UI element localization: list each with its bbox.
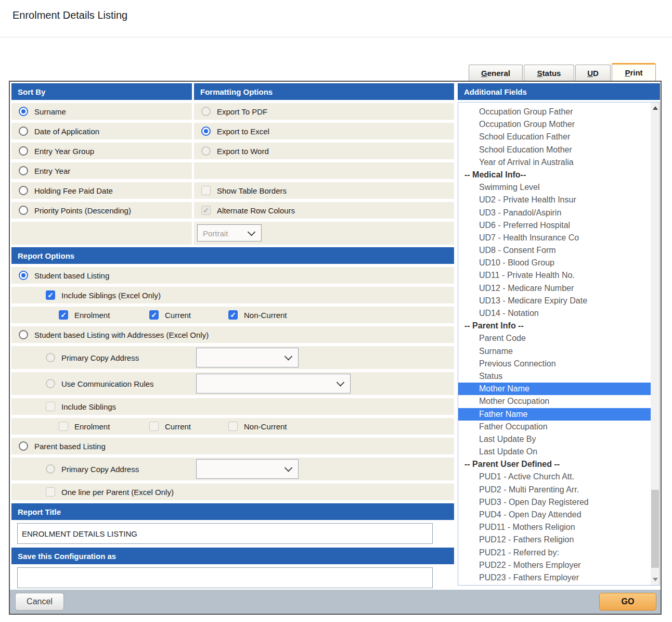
option-label: Date of Application [34,127,99,136]
field-item[interactable]: PUD22 - Mothers Employer [458,559,651,572]
radio-entry-year-group[interactable] [19,146,28,156]
option-row: Entry Year [11,162,192,179]
option-row: Student based Listing [11,267,454,284]
scroll-up-icon[interactable] [651,104,660,112]
save-config-input[interactable] [17,567,433,588]
dropdown-primary-copy-address[interactable] [196,459,299,479]
field-item[interactable]: Occupation Group Father [458,106,651,118]
checkbox-include-siblings-excel-only-checked[interactable]: ✓ [46,290,55,300]
option-row: Export to Word [194,143,454,159]
field-item[interactable]: UD6 - Preferred Hospital [458,219,651,232]
option-row: Export to Excel [194,123,454,139]
option-row: Parent based Listing [11,438,454,454]
option-label: Export to Word [217,147,269,156]
field-item[interactable]: PUD21 - Referred by: [458,547,651,559]
option-label: Include Siblings (Excel Only) [61,291,161,300]
report-options-header: Report Options [11,247,454,264]
option-row: Primary Copy Address [11,346,454,369]
radio-surname-checked[interactable] [19,107,28,116]
field-item[interactable]: UD12 - Medicare Number [458,282,651,295]
checkbox-group-item: ✓Enrolment [59,310,149,320]
radio-priority-points-descending[interactable] [19,206,28,215]
option-label: Priority Points (Descending) [34,206,131,215]
tab-print[interactable]: Print [612,63,656,81]
checkbox-non-current-checked[interactable]: ✓ [228,310,238,320]
radio-date-of-application[interactable] [19,126,28,136]
field-item[interactable]: UD11 - Private Health No. [458,269,651,282]
option-row: Date of Application [11,123,192,139]
dropdown-use-communication-rules[interactable] [196,374,351,393]
option-label: Entry Year Group [34,147,94,156]
tab-ud[interactable]: UD [575,65,611,81]
field-item[interactable]: UD2 - Private Health Insur [458,194,651,206]
field-item[interactable]: Swimming Level [458,181,651,194]
checkbox-alternate-row-colours-checked: ✓ [201,206,211,215]
tab-general[interactable]: General [469,65,523,81]
field-item[interactable]: PUD4 - Open Day Attended [458,509,651,521]
option-label: Holding Fee Paid Date [34,186,113,195]
field-item[interactable]: Last Update On [458,446,651,458]
checkbox-enrolment-checked[interactable]: ✓ [59,310,68,320]
field-item[interactable]: UD13 - Medicare Expiry Date [458,295,651,307]
option-row: ✓Alternate Row Colours [194,202,454,219]
field-item[interactable]: Previous Connection [458,358,651,370]
field-item[interactable]: UD3 - Panadol/Aspirin [458,207,651,219]
field-group-header: -- Parent User Defined -- [458,458,651,471]
chevron-down-icon [337,378,345,387]
chevron-down-icon [285,464,293,472]
tab-status[interactable]: Status [524,65,574,81]
option-row: Entry Year Group [11,143,192,159]
scroll-down-icon[interactable] [651,575,660,584]
field-item[interactable]: Surname [458,345,651,358]
field-item[interactable]: School Education Mother [458,144,651,156]
cancel-button[interactable]: Cancel [15,593,64,611]
action-bar: Cancel GO [10,590,661,614]
option-label: Primary Copy Address [61,353,139,362]
field-item[interactable]: PUD12 - Fathers Religion [458,534,651,546]
option-row: Priority Points (Descending) [11,202,192,219]
go-button[interactable]: GO [599,593,656,611]
report-title-input[interactable] [17,523,433,544]
checkbox-group-item: Current [149,422,228,431]
checkbox-current-checked[interactable]: ✓ [149,310,159,320]
tab-strip: GeneralStatusUDPrint [468,63,656,81]
option-row: Use Communication Rules [11,372,454,395]
field-item[interactable]: PUD2 - Multi Parenting Arr. [458,484,651,496]
checkbox-group-item: Enrolment [59,422,149,431]
option-label: Export To PDF [217,107,267,116]
listbox-scrollbar[interactable] [651,103,660,585]
field-item[interactable]: PUD1 - Active Church Att. [458,471,651,483]
dropdown-primary-copy-address[interactable] [196,348,299,367]
additional-fields-listbox: Occupation Group FatherOccupation Group … [458,102,660,586]
radio-holding-fee-paid-date[interactable] [19,186,28,195]
field-item[interactable]: PUD23 - Fathers Employer [458,572,651,584]
radio-parent-based-listing[interactable] [19,441,28,451]
radio-export-to-excel-checked[interactable] [201,126,211,136]
sort-by-section: Sort By SurnameDate of ApplicationEntry … [11,83,192,245]
chevron-down-icon [285,352,293,361]
field-item[interactable]: School Education Father [458,131,651,143]
scrollbar-thumb[interactable] [651,490,659,568]
field-item[interactable]: Father Occupation [458,421,651,433]
field-item[interactable]: Mother Occupation [458,395,651,408]
field-item[interactable]: UD10 - Blood Group [458,257,651,269]
field-item[interactable]: PUD3 - Open Day Registered [458,496,651,509]
tab-label: eneral [487,69,510,78]
formatting-options-header: Formatting Options [194,83,454,100]
radio-student-based-listing-with-addresses-excel-only[interactable] [19,330,28,339]
field-item[interactable]: Last Update By [458,433,651,446]
field-item[interactable]: UD14 - Notation [458,307,651,320]
field-item[interactable]: UD8 - Consent Form [458,244,651,257]
field-item[interactable]: UD7 - Health Insurance Co [458,232,651,244]
field-item-selected[interactable]: Mother Name [458,383,651,395]
field-item[interactable]: Occupation Group Mother [458,118,651,131]
field-item[interactable]: Parent Code [458,332,651,345]
field-item[interactable]: Year of Arrival in Australia [458,156,651,169]
checkbox-current [149,422,159,431]
field-item[interactable]: Status [458,370,651,383]
radio-primary-copy-address [46,353,55,362]
radio-student-based-listing-checked[interactable] [19,271,28,280]
radio-entry-year[interactable] [19,166,28,175]
field-item[interactable]: PUD11 - Mothers Religion [458,521,651,534]
field-item-selected[interactable]: Father Name [458,408,651,421]
